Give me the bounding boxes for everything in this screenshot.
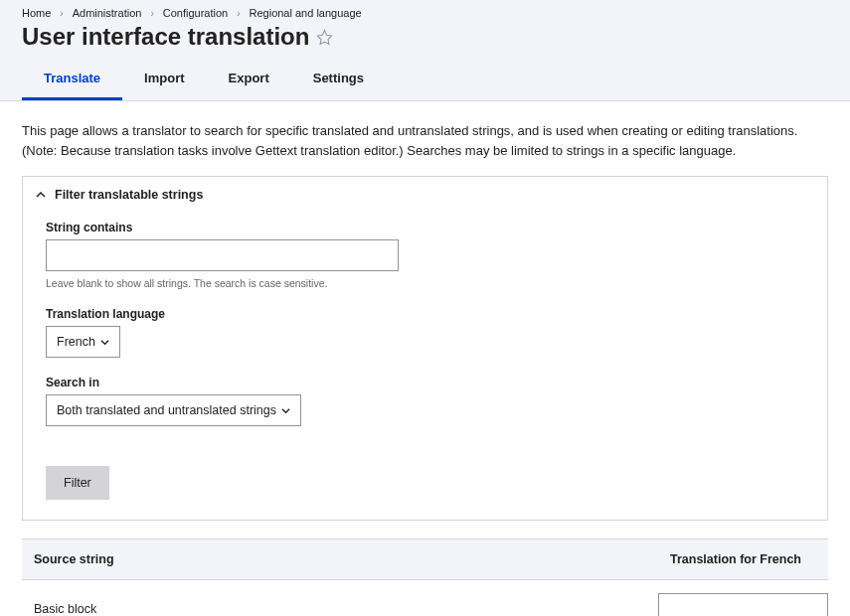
tab-import[interactable]: Import xyxy=(122,61,206,100)
search-in-label: Search in xyxy=(46,376,804,389)
translation-language-label: Translation language xyxy=(46,307,804,321)
filter-toggle[interactable]: Filter translatable strings xyxy=(23,177,827,213)
translation-language-value: French xyxy=(57,335,95,349)
tab-settings[interactable]: Settings xyxy=(291,61,386,100)
chevron-right-icon: › xyxy=(150,8,153,19)
table-row: Basic block xyxy=(22,580,828,616)
search-in-value: Both translated and untranslated strings xyxy=(57,403,276,417)
chevron-down-icon xyxy=(100,338,109,347)
filter-button[interactable]: Filter xyxy=(46,466,109,500)
table-header-source: Source string xyxy=(22,539,658,579)
tab-export[interactable]: Export xyxy=(207,61,291,100)
chevron-up-icon xyxy=(36,190,46,200)
breadcrumb-link-regional[interactable]: Regional and language xyxy=(250,7,362,19)
string-contains-label: String contains xyxy=(46,221,804,234)
results-table: Source string Translation for French Bas… xyxy=(22,539,828,616)
string-contains-help: Leave blank to show all strings. The sea… xyxy=(46,277,804,289)
page-title: User interface translation xyxy=(22,23,309,51)
breadcrumb-link-administration[interactable]: Administration xyxy=(73,7,142,19)
search-in-select[interactable]: Both translated and untranslated strings xyxy=(46,394,301,426)
translation-language-select[interactable]: French xyxy=(46,326,120,358)
page-description: This page allows a translator to search … xyxy=(22,121,828,160)
breadcrumb-link-home[interactable]: Home xyxy=(22,7,51,19)
breadcrumb: Home › Administration › Configuration › … xyxy=(22,7,828,19)
tab-translate[interactable]: Translate xyxy=(22,61,122,100)
source-string-cell: Basic block xyxy=(22,588,658,617)
star-icon[interactable] xyxy=(316,29,333,46)
translation-input[interactable] xyxy=(658,593,828,617)
breadcrumb-link-configuration[interactable]: Configuration xyxy=(163,7,228,19)
filter-panel: Filter translatable strings String conta… xyxy=(22,176,828,521)
chevron-right-icon: › xyxy=(60,8,63,19)
string-contains-input[interactable] xyxy=(46,239,399,271)
filter-legend: Filter translatable strings xyxy=(55,188,203,202)
table-header-translation: Translation for French xyxy=(658,539,828,579)
chevron-down-icon xyxy=(281,406,290,415)
tabs: Translate Import Export Settings xyxy=(22,61,828,100)
chevron-right-icon: › xyxy=(237,8,240,19)
